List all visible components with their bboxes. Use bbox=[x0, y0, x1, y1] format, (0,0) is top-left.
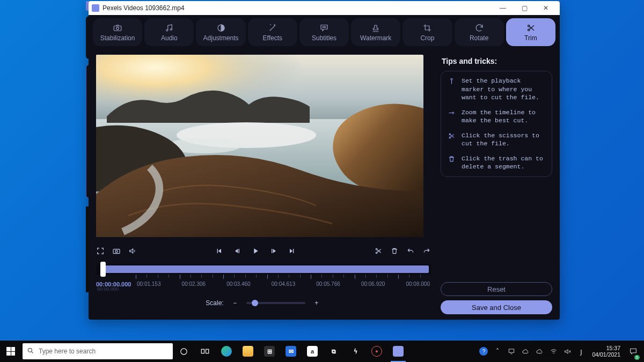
tab-crop[interactable]: Crop bbox=[402, 18, 452, 46]
mail-button[interactable]: ✉ bbox=[280, 341, 302, 362]
help-tray-icon[interactable]: ? bbox=[477, 341, 490, 362]
redo-icon bbox=[422, 247, 431, 255]
tab-label: Subtitles bbox=[312, 34, 336, 42]
edge-button[interactable] bbox=[216, 341, 237, 362]
reset-button[interactable]: Reset bbox=[441, 282, 552, 296]
goto-end-button[interactable] bbox=[288, 247, 296, 255]
maximize-button[interactable]: ▢ bbox=[514, 1, 535, 15]
dropbox-button[interactable]: ⧉ bbox=[323, 341, 345, 362]
tray-icon-2[interactable] bbox=[533, 341, 546, 362]
scale-label: Scale: bbox=[206, 299, 223, 307]
scale-control: Scale: − + bbox=[96, 298, 431, 308]
app-icon bbox=[393, 346, 404, 357]
amazon-button[interactable]: a bbox=[302, 341, 323, 362]
undo-button[interactable] bbox=[406, 247, 415, 255]
scale-slider[interactable] bbox=[246, 302, 305, 304]
timeline-ruler: 00:00:00.000 00:01.153 00:02.306 00:03.4… bbox=[96, 281, 431, 287]
svg-point-17 bbox=[376, 248, 377, 250]
tips-title: Tips and tricks: bbox=[442, 57, 552, 65]
tick-label: 00:02.306 bbox=[182, 281, 206, 287]
volume-tray-button[interactable] bbox=[561, 341, 574, 362]
file-explorer-button[interactable] bbox=[237, 341, 259, 362]
chat-icon bbox=[319, 23, 329, 33]
plus-icon: + bbox=[314, 299, 318, 307]
minimize-button[interactable]: — bbox=[492, 1, 514, 15]
volume-icon bbox=[128, 247, 137, 255]
preview-image bbox=[96, 55, 423, 237]
clock-date: 04/01/2021 bbox=[592, 351, 620, 358]
volume-mute-icon bbox=[564, 348, 572, 356]
tick-label: 00:06.920 bbox=[361, 281, 385, 287]
svg-rect-25 bbox=[206, 349, 209, 353]
onedrive-tray-button[interactable] bbox=[519, 341, 532, 362]
tab-trim[interactable]: Trim bbox=[506, 18, 555, 46]
snapshot-button[interactable] bbox=[112, 247, 121, 255]
task-view-button[interactable] bbox=[194, 341, 216, 362]
video-preview[interactable] bbox=[96, 55, 423, 237]
app-button-2[interactable]: ● bbox=[366, 341, 387, 362]
volume-button[interactable] bbox=[128, 247, 137, 255]
cut-button[interactable] bbox=[374, 247, 383, 255]
svg-point-23 bbox=[180, 348, 186, 354]
close-button[interactable]: ✕ bbox=[535, 1, 557, 15]
scissors-icon bbox=[447, 131, 456, 148]
tab-subtitles[interactable]: Subtitles bbox=[299, 18, 349, 46]
play-button[interactable] bbox=[251, 247, 260, 255]
step-back-button[interactable] bbox=[233, 247, 241, 255]
tab-stabilization[interactable]: Stabilization bbox=[93, 18, 142, 46]
trash-icon bbox=[447, 154, 456, 171]
tip-text: Set the playback marker to where you wan… bbox=[462, 77, 546, 102]
window-title: Pexels Videos 1093662.mp4 bbox=[103, 4, 185, 12]
svg-point-6 bbox=[324, 26, 324, 27]
timeline-ticks bbox=[96, 275, 431, 279]
tray-icon-1[interactable] bbox=[505, 341, 518, 362]
record-icon: ● bbox=[371, 346, 382, 357]
amazon-icon: a bbox=[307, 346, 318, 357]
video-editor-taskbar-button[interactable] bbox=[387, 341, 409, 362]
editor-right-pane: Tips and tricks: Set the playback marker… bbox=[437, 49, 560, 320]
taskbar-search[interactable]: Type here to search bbox=[23, 343, 173, 359]
help-icon: ? bbox=[479, 347, 488, 356]
timeline: 00:00:00.000 00:01.153 00:02.306 00:03.4… bbox=[96, 264, 431, 292]
system-tray: ? ˄ ȷ 15:37 04/01/2021 5 bbox=[477, 341, 644, 362]
taskview-icon bbox=[200, 346, 210, 356]
tab-label: Audio bbox=[161, 34, 178, 42]
timeline-clip[interactable] bbox=[103, 265, 429, 273]
wifi-icon bbox=[550, 348, 558, 356]
tab-effects[interactable]: Effects bbox=[248, 18, 297, 46]
tab-adjustments[interactable]: Adjustments bbox=[196, 18, 245, 46]
wand-icon bbox=[268, 23, 277, 33]
trash-icon bbox=[390, 247, 399, 255]
tab-watermark[interactable]: Watermark bbox=[351, 18, 400, 46]
scale-decrease-button[interactable]: − bbox=[230, 298, 240, 308]
slider-knob[interactable] bbox=[252, 300, 258, 306]
save-and-close-button[interactable]: Save and Close bbox=[441, 300, 552, 314]
delete-button[interactable] bbox=[390, 247, 399, 255]
store-button[interactable]: ⊞ bbox=[259, 341, 280, 362]
tool-tabs: Stabilization Audio Adjustments Effects … bbox=[89, 15, 560, 49]
cortana-button[interactable] bbox=[173, 341, 194, 362]
wifi-tray-button[interactable] bbox=[547, 341, 560, 362]
timeline-track[interactable] bbox=[96, 264, 431, 275]
tab-audio[interactable]: Audio bbox=[144, 18, 194, 46]
clock[interactable]: 15:37 04/01/2021 bbox=[589, 345, 624, 358]
action-center-button[interactable]: 5 bbox=[625, 341, 642, 362]
scale-increase-button[interactable]: + bbox=[312, 298, 321, 308]
tip-item: Zoom the timeline to make the best cut. bbox=[447, 108, 546, 125]
redo-button[interactable] bbox=[422, 247, 431, 255]
tray-overflow-button[interactable]: ˄ bbox=[491, 341, 504, 362]
minus-icon: − bbox=[233, 299, 237, 307]
language-tray-button[interactable]: ȷ bbox=[575, 341, 588, 362]
svg-point-16 bbox=[115, 250, 118, 253]
step-forward-button[interactable] bbox=[269, 247, 278, 255]
start-button[interactable] bbox=[0, 341, 21, 362]
app-button-1[interactable]: ϟ bbox=[345, 341, 366, 362]
tip-item: Click the trash can to delete a segment. bbox=[447, 154, 546, 171]
tab-rotate[interactable]: Rotate bbox=[455, 18, 504, 46]
goto-start-button[interactable] bbox=[215, 247, 223, 255]
fullscreen-button[interactable] bbox=[96, 247, 105, 255]
rotate-icon bbox=[474, 23, 484, 33]
playhead-handle[interactable] bbox=[100, 262, 106, 277]
svg-point-2 bbox=[166, 29, 168, 31]
mail-icon: ✉ bbox=[286, 346, 296, 357]
